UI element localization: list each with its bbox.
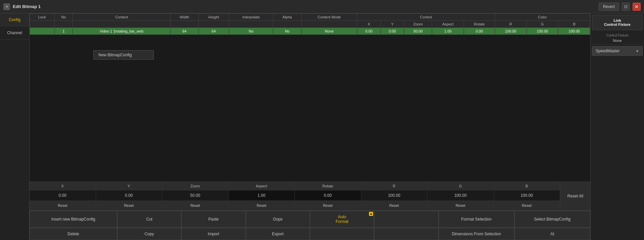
- ctrl-y-cell: Y 0.00 Reset: [96, 182, 163, 210]
- title-bar: ★ Edit Bitmap 1 Revert ⊡ ✕: [0, 0, 644, 13]
- col-g: G: [526, 21, 558, 28]
- cell-x: 0.00: [357, 28, 381, 35]
- col-content: Content: [73, 14, 171, 21]
- cell-height: 64: [198, 28, 229, 35]
- col-lock: Lock: [30, 14, 55, 21]
- sidebar-item-config[interactable]: Config: [0, 13, 29, 26]
- cell-content: Video 1 '[rotating_bar_web: [73, 28, 171, 35]
- ctrl-r-label: R: [361, 182, 427, 190]
- delete-button[interactable]: Delete: [30, 228, 117, 240]
- ctrl-g-value[interactable]: 100.00: [427, 190, 494, 200]
- cell-width: 64: [171, 28, 198, 35]
- ctrl-g-label: G: [427, 182, 494, 190]
- ctrl-x-reset[interactable]: Reset: [30, 200, 96, 210]
- empty-btn-1: [374, 211, 438, 228]
- ctrl-aspect-reset[interactable]: Reset: [229, 200, 295, 210]
- ctrl-y-label: Y: [96, 182, 162, 190]
- col-no: No: [54, 14, 73, 21]
- ctrl-y-reset[interactable]: Reset: [96, 200, 162, 210]
- cell-zoom: 50.00: [404, 28, 432, 35]
- ctrl-r-cell: R 100.00 Reset: [361, 182, 428, 210]
- ctrl-aspect-cell: Aspect 1.00 Reset: [229, 182, 295, 210]
- at-button[interactable]: At: [514, 228, 590, 240]
- cell-rotate: 0.00: [464, 28, 495, 35]
- cell-y: 0.00: [381, 28, 404, 35]
- ctrl-rotate-cell: Rotate 0.00 Reset: [295, 182, 361, 210]
- speed-master-button[interactable]: SpeedMaster ▼: [592, 46, 643, 56]
- oops-button[interactable]: Oops: [246, 211, 310, 228]
- ctrl-b-cell: B 100.00 Reset: [494, 182, 560, 210]
- control-fixture-section: Control Fixture None: [591, 32, 644, 45]
- format-selection-button[interactable]: Format Selection: [439, 211, 514, 228]
- cell-content-mode: None: [301, 28, 357, 35]
- auto-format-icon: ■: [369, 212, 373, 216]
- context-menu: New BitmapConfig: [93, 50, 154, 60]
- ctrl-zoom-label: Zoom: [162, 182, 228, 190]
- col-height-sub: [198, 21, 229, 28]
- ctrl-x-label: X: [30, 182, 96, 190]
- cell-no: 1: [54, 28, 73, 35]
- bitmap-table: Lock No Content Width Height Interpolate…: [30, 13, 590, 35]
- col-color-group: Color: [495, 14, 590, 21]
- col-r: R: [495, 21, 526, 28]
- link-sublabel: Control Fixture: [595, 22, 640, 26]
- controls-area: X 0.00 Reset Y 0.00 Reset Zoom 50.00 Res…: [30, 182, 590, 211]
- controls-labels-row: X 0.00 Reset Y 0.00 Reset Zoom 50.00 Res…: [30, 182, 590, 211]
- table-row[interactable]: 1 Video 1 '[rotating_bar_web 64 64 No No…: [30, 28, 590, 35]
- ctrl-y-value[interactable]: 0.00: [96, 190, 162, 200]
- cell-g: 100.00: [526, 28, 558, 35]
- cell-b: 100.00: [558, 28, 590, 35]
- title-right: Revert ⊡ ✕: [599, 3, 641, 11]
- ctrl-b-reset[interactable]: Reset: [494, 200, 560, 210]
- insert-new-bitmapconfig-button[interactable]: Insert new BitmapConfig: [30, 211, 117, 228]
- ctrl-r-value[interactable]: 100.00: [361, 190, 427, 200]
- revert-button[interactable]: Revert: [599, 3, 619, 11]
- copy-button[interactable]: Copy: [117, 228, 181, 240]
- col-alpha-sub: [273, 21, 301, 28]
- col-width: Width: [171, 14, 198, 21]
- export-button[interactable]: Export: [246, 228, 310, 240]
- cell-interpolate: No: [229, 28, 273, 35]
- ctrl-r-reset[interactable]: Reset: [361, 200, 427, 210]
- control-fixture-value: None: [593, 39, 642, 43]
- ctrl-x-cell: X 0.00 Reset: [30, 182, 96, 210]
- paste-button[interactable]: Paste: [181, 211, 245, 228]
- ctrl-zoom-cell: Zoom 50.00 Reset: [162, 182, 229, 210]
- dimensions-from-selection-button[interactable]: Dimensions From Selection: [439, 228, 514, 240]
- ctrl-rotate-reset[interactable]: Reset: [295, 200, 361, 210]
- reset-all-button[interactable]: Reset All: [560, 182, 590, 210]
- import-button[interactable]: Import: [181, 228, 245, 240]
- col-lock-sub: [30, 21, 55, 28]
- bottom-buttons: Insert new BitmapConfig Cut Paste Oops A…: [30, 211, 590, 240]
- ctrl-zoom-value[interactable]: 50.00: [162, 190, 228, 200]
- cut-button[interactable]: Cut: [117, 211, 181, 228]
- window-title: Edit Bitmap 1: [13, 4, 41, 9]
- ctrl-aspect-value[interactable]: 1.00: [229, 190, 295, 200]
- sidebar-item-channel[interactable]: Channel: [0, 26, 29, 40]
- ctrl-g-cell: G 100.00 Reset: [427, 182, 494, 210]
- ctrl-g-reset[interactable]: Reset: [427, 200, 494, 210]
- link-label: Link: [595, 18, 640, 22]
- control-fixture-label: Control Fixture: [593, 34, 642, 37]
- cell-alpha: No: [273, 28, 301, 35]
- bottom-row1: Insert new BitmapConfig Cut Paste Oops A…: [30, 211, 590, 228]
- col-alpha: Alpha: [273, 14, 301, 21]
- monitor-button[interactable]: ⊡: [622, 3, 630, 11]
- col-x: X: [357, 21, 381, 28]
- link-control-fixture-button[interactable]: Link Control Fixture: [592, 15, 643, 30]
- bottom-row2: Delete Copy Import Export Dimensions Fro…: [30, 228, 590, 240]
- close-icon: ✕: [635, 4, 639, 9]
- monitor-icon: ⊡: [624, 4, 628, 9]
- auto-format-button[interactable]: AutoFormat ■: [310, 211, 374, 228]
- close-button[interactable]: ✕: [633, 3, 641, 11]
- col-width-sub: [171, 21, 198, 28]
- select-bitmapconfig-button[interactable]: Select BitmapConfig: [514, 211, 590, 228]
- left-sidebar: Config Channel: [0, 13, 30, 240]
- cell-r: 100.00: [495, 28, 526, 35]
- ctrl-rotate-value[interactable]: 0.00: [295, 190, 361, 200]
- ctrl-x-value[interactable]: 0.00: [30, 190, 96, 200]
- ctrl-zoom-reset[interactable]: Reset: [162, 200, 228, 210]
- ctrl-b-value[interactable]: 100.00: [494, 190, 560, 200]
- col-rotate: Rotate: [464, 21, 495, 28]
- context-menu-new-bitmapconfig[interactable]: New BitmapConfig: [94, 51, 153, 59]
